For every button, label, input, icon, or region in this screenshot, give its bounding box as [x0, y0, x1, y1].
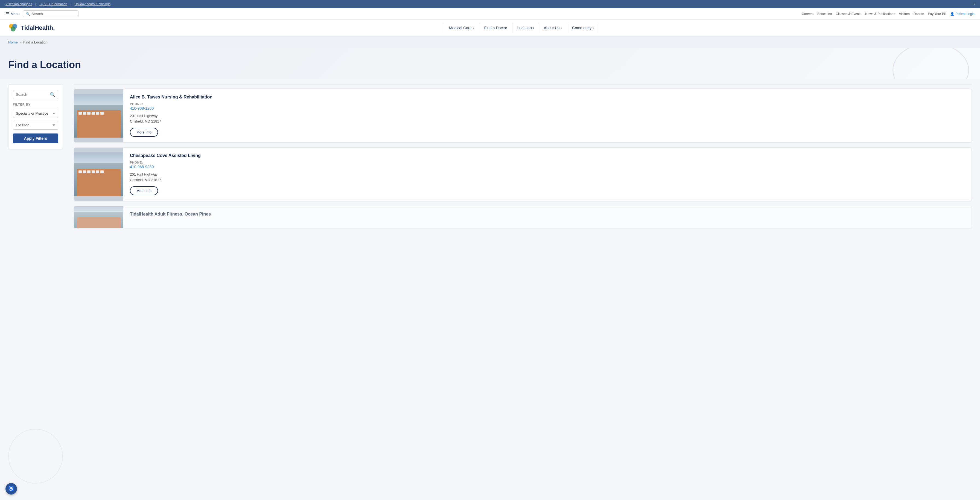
window [87, 112, 91, 115]
results-area: Alice B. Tawes Nursing & Rehabilitation … [74, 84, 972, 237]
window [96, 112, 99, 115]
patient-login-link[interactable]: 👤 Patient Login [950, 12, 975, 16]
address: 201 Hall Highway Crisfield, MD 21817 [130, 172, 965, 182]
alert-holiday[interactable]: Holiday hours & closings [75, 2, 110, 6]
logo-icon [8, 23, 19, 33]
content-area: 🔍 FILTER BY Specialty or Practice Specia… [0, 79, 980, 243]
news-link[interactable]: News & Publications [865, 12, 895, 16]
chevron-down-icon-2: ▾ [560, 27, 562, 30]
window [92, 112, 95, 115]
filter-by-label: FILTER BY [13, 103, 58, 106]
location-name: Chesapeake Cove Assisted Living [130, 153, 965, 158]
address-line1: 201 Hall Highway [130, 172, 158, 177]
user-icon: 👤 [950, 12, 954, 16]
window [78, 112, 82, 115]
location-name: TidalHealth Adult Fitness, Ocean Pines [130, 212, 965, 217]
menu-button[interactable]: ☰ Menu [5, 11, 20, 16]
building-image-2 [74, 152, 123, 196]
breadcrumb: Home › Find a Location [0, 37, 980, 48]
address-line2: Crisfield, MD 21817 [130, 119, 161, 123]
window [100, 112, 103, 115]
phone-label: PHONE: [130, 102, 965, 105]
phone-link[interactable]: 410-968-1200 [130, 106, 965, 110]
more-info-button[interactable]: More Info [130, 186, 158, 195]
classes-link[interactable]: Classes & Events [835, 12, 861, 16]
result-image-3 [74, 206, 123, 228]
visitors-link[interactable]: Visitors [899, 12, 910, 16]
building-body-2 [77, 169, 121, 196]
nav-community[interactable]: Community ▾ [567, 23, 599, 33]
alert-close-button[interactable]: × [974, 2, 975, 6]
window [87, 170, 91, 173]
alert-covid[interactable]: COVID Information [40, 2, 67, 6]
sky [74, 152, 123, 163]
result-info-3: TidalHealth Adult Fitness, Ocean Pines [123, 206, 972, 228]
sidebar-search-input[interactable] [16, 92, 48, 97]
hamburger-icon: ☰ [5, 11, 9, 16]
search-icon-sidebar: 🔍 [50, 92, 55, 97]
location-select[interactable]: Location Location [13, 121, 58, 130]
donate-link[interactable]: Donate [913, 12, 924, 16]
breadcrumb-separator: › [20, 40, 21, 44]
utility-nav-left: ☰ Menu 🔍 [5, 10, 78, 17]
nav-medical-care[interactable]: Medical Care ▾ [444, 23, 479, 33]
nav-about-us-label: About Us [544, 26, 560, 30]
filter-card: 🔍 FILTER BY Specialty or Practice Specia… [8, 84, 63, 149]
chevron-down-icon-3: ▾ [593, 27, 594, 30]
education-link[interactable]: Education [817, 12, 832, 16]
address-line2: Crisfield, MD 21817 [130, 178, 161, 182]
nav-locations-label: Locations [517, 26, 534, 30]
pay-bill-link[interactable]: Pay Your Bill [928, 12, 947, 16]
phone-link[interactable]: 410-968-9230 [130, 165, 965, 169]
nav-find-doctor[interactable]: Find a Doctor [479, 23, 512, 33]
careers-link[interactable]: Careers [802, 12, 813, 16]
window [92, 170, 95, 173]
result-card: TidalHealth Adult Fitness, Ocean Pines [74, 206, 972, 228]
result-card: Chesapeake Cove Assisted Living PHONE: 4… [74, 147, 972, 201]
utility-nav: ☰ Menu 🔍 Careers Education Classes & Eve… [0, 8, 980, 20]
building-body [77, 110, 121, 138]
sidebar: 🔍 FILTER BY Specialty or Practice Specia… [8, 84, 63, 237]
building-body-3 [77, 217, 121, 228]
result-card: Alice B. Tawes Nursing & Rehabilitation … [74, 89, 972, 143]
nav-find-doctor-label: Find a Doctor [484, 26, 507, 30]
results-divider [74, 84, 972, 84]
building-windows-2 [77, 169, 121, 175]
alert-visitation[interactable]: Visitation changes [5, 2, 32, 6]
svg-point-2 [11, 27, 16, 32]
result-info-1: Alice B. Tawes Nursing & Rehabilitation … [123, 89, 972, 142]
specialty-select[interactable]: Specialty or Practice Specialty or Pract… [13, 109, 58, 118]
utility-nav-right: Careers Education Classes & Events News … [802, 12, 975, 16]
nav-medical-care-label: Medical Care [449, 26, 471, 30]
window [83, 170, 86, 173]
apply-filters-button[interactable]: Apply Filters [13, 134, 58, 143]
logo-text: TidalHealth. [21, 24, 55, 32]
nav-community-label: Community [572, 26, 592, 30]
phone-label: PHONE: [130, 161, 965, 164]
separator-1: | [35, 2, 36, 6]
more-info-button[interactable]: More Info [130, 128, 158, 137]
location-name: Alice B. Tawes Nursing & Rehabilitation [130, 95, 965, 100]
window [96, 170, 99, 173]
menu-label: Menu [11, 12, 20, 16]
logo-area: TidalHealth. [8, 23, 55, 33]
utility-search-input[interactable] [32, 12, 75, 16]
window [100, 170, 103, 173]
search-icon: 🔍 [26, 12, 30, 16]
sidebar-search-box[interactable]: 🔍 [13, 90, 58, 99]
result-image-1 [74, 89, 123, 142]
nav-about-us[interactable]: About Us ▾ [539, 23, 567, 33]
page-title: Find a Location [8, 59, 118, 70]
hero-section: Find a Location [0, 48, 980, 79]
building-windows [77, 110, 121, 116]
nav-locations[interactable]: Locations [512, 23, 539, 33]
main-nav: TidalHealth. Medical Care ▾ Find a Docto… [0, 20, 980, 37]
result-info-2: Chesapeake Cove Assisted Living PHONE: 4… [123, 148, 972, 201]
address-line1: 201 Hall Highway [130, 114, 158, 118]
utility-search-box[interactable]: 🔍 [23, 10, 78, 17]
address: 201 Hall Highway Crisfield, MD 21817 [130, 113, 965, 124]
breadcrumb-home[interactable]: Home [8, 40, 18, 44]
result-image-2 [74, 148, 123, 201]
sky [74, 94, 123, 105]
building-image [74, 94, 123, 138]
